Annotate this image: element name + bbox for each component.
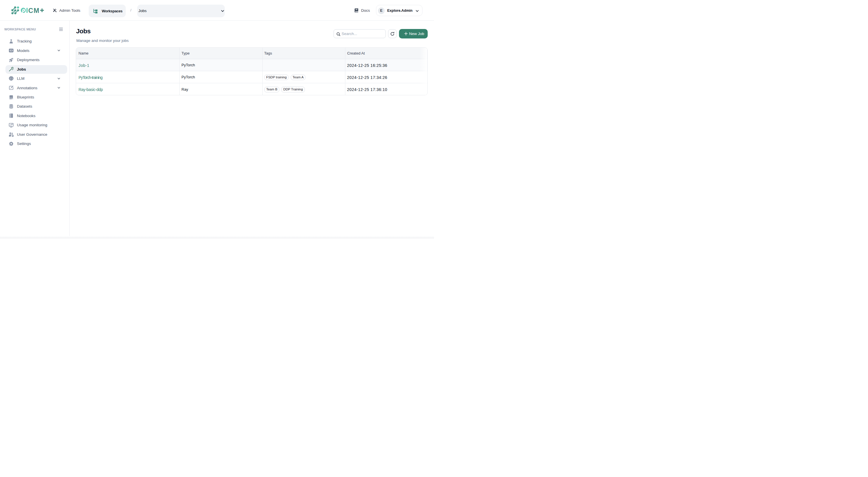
svg-text:M: M xyxy=(34,7,39,14)
svg-text:C: C xyxy=(28,7,33,14)
